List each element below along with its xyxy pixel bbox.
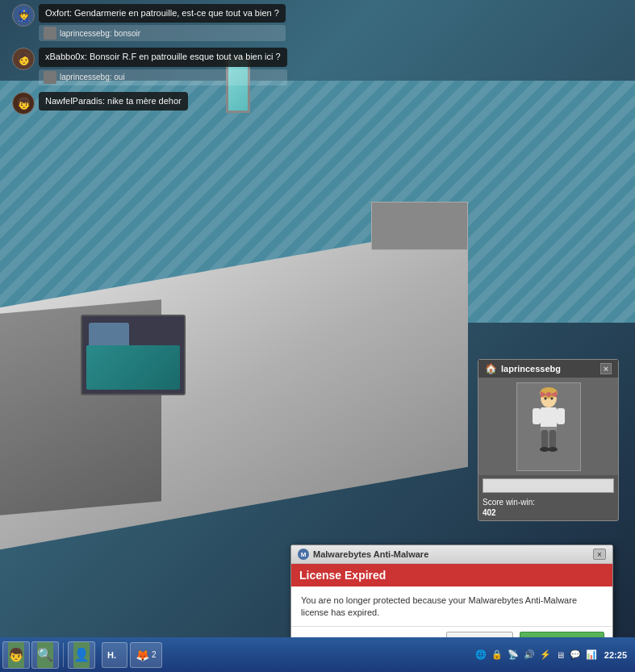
tray-icon-3: 📡 xyxy=(506,649,520,660)
system-tray: 🌐 🔒 📡 🔊 ⚡ 🖥 💬 📊 22:25 xyxy=(470,649,635,660)
profile-username: laprincessebg xyxy=(501,364,596,374)
tray-icon-5: ⚡ xyxy=(538,649,553,660)
chat-message-nawfel: NawfelParadis: nike ta mère dehor xyxy=(39,92,188,111)
taskbar-app-buttons: H. 🦊 2 xyxy=(98,642,470,668)
firefox-icon: 🦊 xyxy=(136,649,149,662)
chat-bubble-oxfort: 👮 Oxfort: Gendarmerie en patrouille, est… xyxy=(12,4,416,41)
chat-bubble-nawfel: 👦 NawfelParadis: nike ta mère dehor xyxy=(12,92,416,115)
game-scene xyxy=(81,121,484,444)
avatar-xbabbo: 🧑 xyxy=(12,48,35,70)
malware-popup: M Malwarebytes Anti-Malware × License Ex… xyxy=(290,545,613,637)
malware-buttons: My Account Renew License xyxy=(291,626,612,637)
taskbar-divider-1 xyxy=(63,643,64,667)
chat-reply-1: laprincessebg: bonsoir xyxy=(39,25,286,41)
avatar-icon-2: 🔍 xyxy=(37,642,53,668)
chat-message-xbabbo: xBabbo0x: Bonsoir R.F en patrouille esqu… xyxy=(39,48,287,66)
firefox-label: 2 xyxy=(152,650,157,659)
svg-rect-5 xyxy=(549,430,556,449)
svg-point-11 xyxy=(550,398,553,400)
avatar-icon-1: 👦 xyxy=(8,642,24,668)
score-label: Score win-win: xyxy=(478,496,618,508)
svg-rect-2 xyxy=(541,407,557,430)
home-icon: 🏠 xyxy=(485,363,497,374)
tray-icon-4: 🔊 xyxy=(522,649,537,660)
tray-icon-7: 💬 xyxy=(568,649,583,660)
taskbar-avatar-1[interactable]: 👦 xyxy=(2,641,30,669)
chat-reply-2: laprincessebg: oui xyxy=(39,69,287,86)
svg-rect-7 xyxy=(557,408,565,424)
chat-container: 👮 Oxfort: Gendarmerie en patrouille, est… xyxy=(12,4,416,121)
taskbar-start-area: 👦 🔍 👤 xyxy=(0,641,98,669)
taskbar-avatar-2[interactable]: 🔍 xyxy=(31,641,59,669)
svg-rect-6 xyxy=(533,408,541,424)
score-value: 402 xyxy=(478,508,618,520)
bed-blanket xyxy=(86,345,180,390)
habbo-label: H. xyxy=(107,650,116,660)
taskbar-app-firefox[interactable]: 🦊 2 xyxy=(130,642,162,668)
bed-furniture xyxy=(81,315,186,395)
profile-close-button[interactable]: × xyxy=(600,363,612,374)
malware-body: You are no longer protected because your… xyxy=(291,586,612,626)
svg-point-10 xyxy=(544,398,546,400)
tray-icon-8: 📊 xyxy=(584,649,599,660)
profile-input-field[interactable] xyxy=(483,478,614,493)
renew-license-button[interactable]: Renew License xyxy=(520,632,604,637)
chat-message-oxfort: Oxfort: Gendarmerie en patrouille, est-c… xyxy=(39,4,286,23)
malware-close-button[interactable]: × xyxy=(593,549,606,560)
tray-icon-6: 🖥 xyxy=(554,650,566,660)
avatar-oxfort: 👮 xyxy=(12,4,35,27)
avatar-icon-3: 👤 xyxy=(73,642,90,668)
malware-title: Malwarebytes Anti-Malware xyxy=(313,549,589,559)
malware-header-title: License Expired xyxy=(299,569,604,582)
tray-icon-1: 🌐 xyxy=(474,649,488,660)
malware-icon: M xyxy=(298,549,309,560)
svg-point-14 xyxy=(546,392,551,397)
malware-header-bar: License Expired xyxy=(291,564,612,586)
avatar-nawfel: 👦 xyxy=(12,92,35,115)
profile-header: 🏠 laprincessebg × xyxy=(478,360,618,378)
profile-avatar-display xyxy=(516,382,581,471)
bench-furniture xyxy=(371,202,468,250)
tray-icon-2: 🔒 xyxy=(490,649,504,660)
taskbar: 👦 🔍 👤 H. 🦊 2 🌐 🔒 📡 🔊 ⚡ 🖥 💬 📊 22:25 xyxy=(0,637,635,672)
malware-body-text: You are no longer protected because your… xyxy=(301,595,603,620)
my-account-button[interactable]: My Account xyxy=(446,632,513,637)
character-avatar xyxy=(524,386,573,467)
taskbar-app-habbo[interactable]: H. xyxy=(102,642,127,668)
chat-bubble-xbabbo: 🧑 xBabbo0x: Bonsoir R.F en patrouille es… xyxy=(12,48,416,85)
svg-rect-4 xyxy=(541,430,548,449)
svg-point-9 xyxy=(548,447,558,452)
malware-titlebar: M Malwarebytes Anti-Malware × xyxy=(291,545,612,564)
profile-body xyxy=(478,378,618,475)
profile-popup: 🏠 laprincessebg × xyxy=(478,359,619,521)
game-area: 👮 Oxfort: Gendarmerie en patrouille, est… xyxy=(0,0,635,637)
taskbar-time: 22:25 xyxy=(600,650,631,660)
taskbar-avatar-3[interactable]: 👤 xyxy=(68,641,95,669)
